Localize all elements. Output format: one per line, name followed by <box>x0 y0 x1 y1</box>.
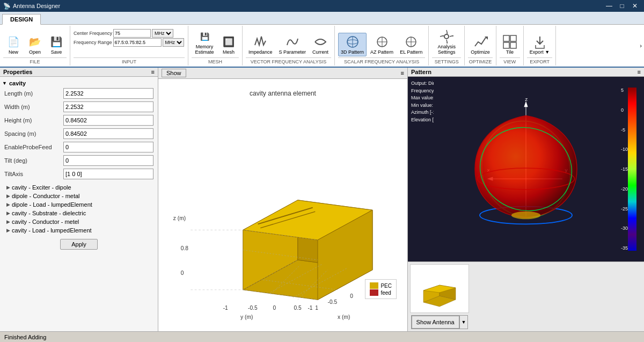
export-button[interactable]: Export ▼ <box>527 33 552 56</box>
subsection-substrate[interactable]: ▶ cavity - Substrate - dielectric <box>2 209 156 217</box>
status-text: Finished Adding <box>4 334 46 340</box>
center-header: Show ≡ <box>158 68 407 79</box>
memory-estimate-button[interactable]: 💾 MemoryEstimate <box>192 27 217 56</box>
legend-pec: PEC <box>370 282 392 289</box>
width-input[interactable] <box>63 101 153 112</box>
settings-icon <box>439 29 454 44</box>
svg-rect-11 <box>503 35 509 41</box>
open-button[interactable]: 📂 Open <box>25 33 45 56</box>
ribbon-section-scalar: 3D Pattern AZ Pattern EL Pattern SCALAR … <box>335 26 429 66</box>
scale-0: 0 <box>621 107 628 113</box>
center-freq-input[interactable] <box>113 29 151 38</box>
ribbon-section-settings: AnalysisSettings SETTINGS <box>429 26 465 66</box>
enable-probe-row: EnableProbeFeed <box>2 141 156 153</box>
az-pattern-button[interactable]: AZ Pattern <box>368 33 396 56</box>
new-icon: 📄 <box>6 34 21 49</box>
svg-text:cavity antenna element: cavity antenna element <box>250 90 317 97</box>
freq-range-row: Frequency Range MHz GHz <box>74 38 184 47</box>
app-icon: 📡 <box>3 3 11 10</box>
center-panel: Show ≡ cavity antenna element 0.8 0 z (m… <box>158 68 408 331</box>
svg-rect-12 <box>510 35 516 41</box>
spacing-row: Spacing (m) <box>2 128 156 140</box>
svg-rect-13 <box>503 42 509 48</box>
az-pattern-icon <box>375 34 390 49</box>
svg-text:z: z <box>525 96 528 102</box>
pattern-menu-icon[interactable]: ≡ <box>638 69 641 75</box>
mesh-section-label: MESH <box>192 57 239 64</box>
analysis-settings-button[interactable]: AnalysisSettings <box>432 27 461 56</box>
open-icon: 📂 <box>27 34 42 49</box>
current-button[interactable]: Current <box>310 33 331 56</box>
show-antenna-dropdown[interactable]: ▼ <box>459 316 468 329</box>
ribbon-tabs: DESIGN <box>0 12 644 25</box>
ribbon-scroll-right[interactable]: › <box>640 26 644 66</box>
new-button[interactable]: 📄 New <box>3 33 24 56</box>
title-bar-controls: — □ ✕ <box>603 1 641 11</box>
subsection-exciter[interactable]: ▶ cavity - Exciter - dipole <box>2 183 156 192</box>
center-content: cavity antenna element 0.8 0 z (m) y (m)… <box>158 79 407 331</box>
svg-text:0: 0 <box>350 293 353 299</box>
tiltaxis-input[interactable] <box>63 169 153 179</box>
spacing-label: Spacing (m) <box>4 130 63 137</box>
3d-pattern-button[interactable]: 3D Pattern <box>338 33 367 56</box>
enable-probe-input[interactable] <box>63 142 153 152</box>
save-button[interactable]: 💾 Save <box>46 33 67 56</box>
center-menu-icon[interactable]: ≡ <box>401 70 404 76</box>
s-param-icon <box>285 34 300 49</box>
tilt-input[interactable] <box>63 155 153 166</box>
subsection-load-lumped[interactable]: ▶ dipole - Load - lumpedElement <box>2 200 156 209</box>
optimize-section-label: OPTIMIZE <box>468 57 493 64</box>
close-button[interactable]: ✕ <box>629 1 641 11</box>
tile-button[interactable]: Tile <box>500 33 520 56</box>
settings-section-label: SETTINGS <box>432 57 461 64</box>
height-label: Height (m) <box>4 117 63 123</box>
subsections: ▶ cavity - Exciter - dipole ▶ dipole - C… <box>2 183 156 235</box>
svg-text:-0.5: -0.5 <box>328 299 338 305</box>
ribbon-scalar-items: 3D Pattern AZ Pattern EL Pattern <box>338 27 425 57</box>
restore-button[interactable]: □ <box>616 1 628 11</box>
length-input[interactable] <box>63 88 153 99</box>
spacing-input[interactable] <box>63 128 153 139</box>
title-bar: 📡 Antenna Designer — □ ✕ <box>0 0 644 12</box>
svg-point-9 <box>444 34 449 39</box>
ribbon-section-vector: Impedance S Parameter Current VECTOR FRE… <box>243 26 335 66</box>
tiltaxis-row: TiltAxis <box>2 168 156 180</box>
freq-range-input[interactable] <box>113 38 162 47</box>
width-row: Width (m) <box>2 101 156 113</box>
optimize-button[interactable]: Optimize <box>468 33 493 56</box>
el-pattern-button[interactable]: EL Pattern <box>397 33 425 56</box>
pattern-3d-svg[interactable]: y x z <box>408 77 644 261</box>
freq-range-unit[interactable]: MHz GHz <box>163 38 184 47</box>
color-scale <box>628 88 636 251</box>
show-button[interactable]: Show <box>162 69 186 77</box>
pattern-content[interactable]: Output: Directivity Frequency: 75 MHz Ma… <box>408 77 644 261</box>
apply-button[interactable]: Apply <box>60 239 98 250</box>
legend-feed-color <box>370 289 378 296</box>
ribbon-section-input: Center Frequency MHz GHz kHz Frequency R… <box>70 26 188 66</box>
mesh-button[interactable]: 🔲 Mesh <box>218 33 239 56</box>
enable-probe-label: EnableProbeFeed <box>4 144 63 150</box>
impedance-button[interactable]: Impedance <box>246 33 275 56</box>
cavity-section-header[interactable]: ▼ cavity <box>2 79 156 88</box>
center-freq-unit[interactable]: MHz GHz kHz <box>152 29 173 38</box>
subsection-cavity-load[interactable]: ▶ cavity - Load - lumpedElement <box>2 226 156 235</box>
scale-m25: -25 <box>621 206 628 212</box>
app-title: Antenna Designer <box>13 3 60 9</box>
svg-text:0: 0 <box>181 270 184 276</box>
export-section-label: EXPORT <box>527 57 552 64</box>
svg-text:0: 0 <box>273 305 276 311</box>
ribbon-section-mesh: 💾 MemoryEstimate 🔲 Mesh MESH <box>188 26 243 66</box>
properties-content: ▼ cavity Length (m) Width (m) Height (m)… <box>0 77 158 331</box>
subsection-conductor-metal[interactable]: ▶ dipole - Conductor - metal <box>2 192 156 200</box>
file-section-label: FILE <box>3 57 67 64</box>
minimize-button[interactable]: — <box>603 1 615 11</box>
properties-menu-icon[interactable]: ≡ <box>151 69 155 75</box>
tilt-row: Tilt (deg) <box>2 155 156 166</box>
tab-design[interactable]: DESIGN <box>2 14 41 25</box>
length-label: Length (m) <box>4 90 63 97</box>
subsection-conductor-metel[interactable]: ▶ cavity - Conductor - metel <box>2 217 156 226</box>
length-row: Length (m) <box>2 88 156 99</box>
show-antenna-button[interactable]: Show Antenna <box>412 316 459 329</box>
height-input[interactable] <box>63 115 153 126</box>
s-parameter-button[interactable]: S Parameter <box>276 33 309 56</box>
